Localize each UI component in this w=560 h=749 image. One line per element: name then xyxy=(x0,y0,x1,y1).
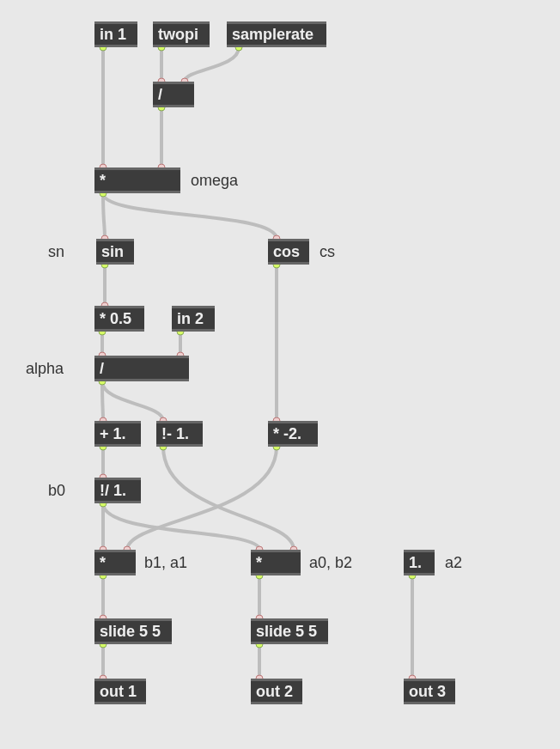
box-slide2[interactable]: slide 5 5 xyxy=(251,618,328,644)
label-a0b2: a0, b2 xyxy=(309,554,352,572)
label-alpha: alpha xyxy=(26,360,64,378)
box-one[interactable]: 1. xyxy=(404,550,435,575)
box-in2[interactable]: in 2 xyxy=(172,306,215,332)
label-b0: b0 xyxy=(48,482,65,500)
label-cs: cs xyxy=(320,243,335,261)
label-omega: omega xyxy=(191,172,238,190)
label-a2: a2 xyxy=(445,554,462,572)
box-mul-b1a1[interactable]: * xyxy=(94,550,136,575)
box-out3[interactable]: out 3 xyxy=(404,679,455,704)
box-in1[interactable]: in 1 xyxy=(94,21,137,47)
box-mul-omega[interactable]: * xyxy=(94,167,180,193)
box-notminus1[interactable]: !- 1. xyxy=(156,421,203,447)
box-twopi[interactable]: twopi xyxy=(153,21,210,47)
box-notdiv1[interactable]: !/ 1. xyxy=(94,478,141,503)
box-slide1[interactable]: slide 5 5 xyxy=(94,618,172,644)
box-mul-neg2[interactable]: * -2. xyxy=(268,421,318,447)
box-samplerate[interactable]: samplerate xyxy=(227,21,326,47)
label-b1a1: b1, a1 xyxy=(144,554,187,572)
box-out2[interactable]: out 2 xyxy=(251,679,302,704)
box-mul-half[interactable]: * 0.5 xyxy=(94,306,144,332)
box-sin[interactable]: sin xyxy=(96,239,134,265)
box-out1[interactable]: out 1 xyxy=(94,679,146,704)
box-cos[interactable]: cos xyxy=(268,239,309,265)
label-sn: sn xyxy=(48,243,64,261)
box-plus1[interactable]: + 1. xyxy=(94,421,141,447)
box-div1[interactable]: / xyxy=(153,82,194,107)
box-div-alpha[interactable]: / xyxy=(94,356,189,381)
box-mul-a0b2[interactable]: * xyxy=(251,550,301,575)
